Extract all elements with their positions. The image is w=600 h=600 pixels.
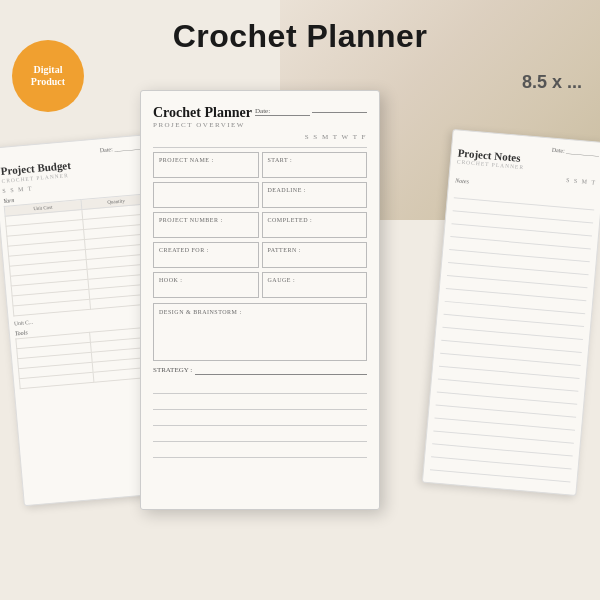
field-pattern: PATTERN : (262, 242, 368, 268)
field-label-completed: COMPLETED : (268, 217, 362, 225)
field-label-hook: HOOK : (159, 277, 253, 285)
fields-row5: HOOK : GAUGE : (153, 272, 367, 298)
center-title-group: Crochet Planner PROJECT OVERVIEW (153, 105, 252, 131)
field-gauge: GAUGE : (262, 272, 368, 298)
field-blank (153, 182, 259, 208)
fields-row3: PROJECT NUMBER : COMPLETED : (153, 212, 367, 238)
center-title: Crochet Planner (153, 105, 252, 121)
center-divider (153, 147, 367, 148)
page-title: Crochet Planner (0, 18, 600, 55)
center-ssmt: S S M T W T F (153, 133, 367, 141)
field-label-project-number: PROJECT NUMBER : (159, 217, 253, 225)
field-project-name: PROJECT NAME : (153, 152, 259, 178)
right-lines (430, 186, 595, 482)
center-page: Crochet Planner PROJECT OVERVIEW Date: S… (140, 90, 380, 510)
field-start: START : (262, 152, 368, 178)
field-deadline: DEADLINE : (262, 182, 368, 208)
field-completed: COMPLETED : (262, 212, 368, 238)
right-page: Date: ___________ Project Notes CROCHET … (422, 129, 600, 496)
field-project-number: PROJECT NUMBER : (153, 212, 259, 238)
line-3 (153, 412, 367, 426)
size-indicator: 8.5 x ... (522, 72, 582, 93)
design-label: DESIGN & BRAINSTORM : (159, 309, 361, 317)
budget-table: Unit Cost Quantity (4, 193, 161, 316)
line-2 (153, 396, 367, 410)
design-brainstorm-field: DESIGN & BRAINSTORM : (153, 303, 367, 361)
field-label-pattern: PATTERN : (268, 247, 362, 255)
center-subtitle: PROJECT OVERVIEW (153, 121, 252, 129)
field-hook: HOOK : (153, 272, 259, 298)
strategy-row: STRATEGY : (153, 365, 367, 375)
field-label-created-for: CREATED FOR : (159, 247, 253, 255)
fields-row4: CREATED FOR : PATTERN : (153, 242, 367, 268)
field-label-gauge: GAUGE : (268, 277, 362, 285)
writing-lines (153, 380, 367, 458)
field-label-start: START : (268, 157, 362, 165)
line-4 (153, 428, 367, 442)
center-date: Date: (253, 107, 367, 116)
strategy-label: STRATEGY : (153, 366, 192, 374)
field-created-for: CREATED FOR : (153, 242, 259, 268)
center-header: Crochet Planner PROJECT OVERVIEW Date: (153, 105, 367, 131)
line-1 (153, 380, 367, 394)
strategy-line (195, 365, 367, 375)
fields-row1: PROJECT NAME : START : (153, 152, 367, 178)
digital-product-badge: DigitalProduct (12, 40, 84, 112)
badge-text: DigitalProduct (31, 64, 65, 88)
field-label-project-name: PROJECT NAME : (159, 157, 253, 165)
fields-row2: DEADLINE : (153, 182, 367, 208)
field-label-deadline: DEADLINE : (268, 187, 362, 195)
line-5 (153, 444, 367, 458)
